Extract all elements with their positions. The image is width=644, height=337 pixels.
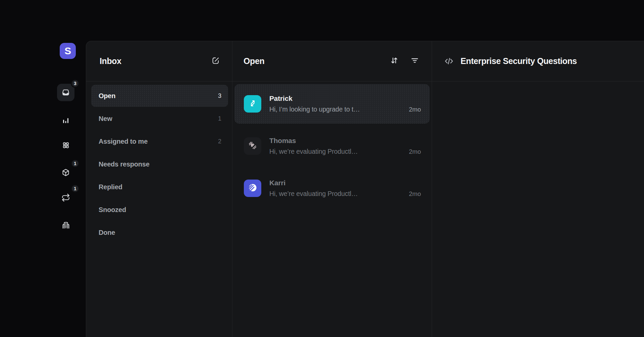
- inbox-panel-header: Inbox: [86, 41, 232, 81]
- conversation-preview: Hi, we’re evaluating Productl…: [269, 148, 358, 155]
- filter-button[interactable]: [410, 56, 419, 66]
- folder-label: Assigned to me: [99, 138, 148, 145]
- detail-title: Enterprise Security Questions: [461, 56, 577, 66]
- folder-count: 3: [218, 92, 221, 99]
- folder-label: Snoozed: [99, 206, 126, 214]
- detail-panel-header: Enterprise Security Questions: [432, 41, 644, 81]
- folder-row-done[interactable]: Done: [91, 221, 228, 244]
- striped-logo-icon: [248, 140, 258, 152]
- app-window: S 3: [0, 0, 644, 337]
- products-count-badge: 1: [71, 159, 79, 168]
- repeat-icon: [61, 193, 70, 202]
- conversation-name: Thomas: [269, 137, 421, 145]
- folder-row-open[interactable]: Open 3: [91, 85, 228, 107]
- conversation-row-thomas[interactable]: Thomas Hi, we’re evaluating Productl… 2m…: [234, 126, 430, 166]
- conversation-name: Patrick: [269, 94, 421, 103]
- inbox-tray-icon: [61, 88, 70, 97]
- rail-item-company[interactable]: [57, 216, 74, 234]
- cube-icon: [61, 168, 70, 177]
- compose-button[interactable]: [211, 56, 220, 66]
- rail-item-analytics[interactable]: [57, 112, 74, 129]
- rail-item-automation[interactable]: [57, 136, 74, 154]
- folder-row-needs-response[interactable]: Needs response: [91, 153, 228, 175]
- workflows-count-badge: 1: [71, 184, 79, 193]
- conversation-row-patrick[interactable]: Patrick Hi, I’m looking to upgrade to t……: [234, 84, 430, 124]
- sort-button[interactable]: [390, 56, 399, 66]
- folder-count: 1: [218, 115, 221, 122]
- rail-item-inbox[interactable]: 3: [57, 84, 74, 101]
- building-icon: [61, 221, 70, 230]
- rail-item-products[interactable]: 1: [57, 164, 74, 181]
- conversation-preview: Hi, we’re evaluating Productl…: [269, 190, 358, 198]
- folder-row-snoozed[interactable]: Snoozed: [91, 199, 228, 221]
- list-panel-header: Open: [232, 41, 432, 81]
- folder-label: Replied: [99, 183, 122, 191]
- folder-list: Open 3 New 1 Assigned to me 2 Needs resp…: [86, 81, 232, 244]
- bar-chart-icon: [61, 116, 70, 125]
- detail-panel: Enterprise Security Questions: [432, 41, 644, 337]
- filter-icon: [410, 56, 419, 66]
- sort-icon: [390, 56, 399, 66]
- conversation-preview: Hi, I’m looking to upgrade to t…: [269, 106, 360, 113]
- code-icon: [444, 56, 454, 66]
- conversation-time: 2mo: [403, 148, 421, 155]
- folder-label: Needs response: [99, 160, 150, 168]
- folder-label: Done: [99, 229, 115, 237]
- atom-icon: [61, 141, 70, 150]
- folder-count: 2: [218, 138, 221, 145]
- avatar-patrick: [244, 95, 261, 113]
- detail-body: [432, 81, 644, 337]
- inbox-title: Inbox: [100, 56, 121, 66]
- list-title: Open: [244, 56, 264, 66]
- inbox-panel: Inbox Open 3 New 1: [86, 41, 232, 337]
- rail-item-workflows[interactable]: 1: [57, 189, 74, 206]
- folder-row-replied[interactable]: Replied: [91, 176, 228, 198]
- folder-row-assigned-to-me[interactable]: Assigned to me 2: [91, 130, 228, 152]
- inbox-count-badge: 3: [71, 79, 79, 88]
- conversation-time: 2mo: [403, 106, 421, 113]
- folder-label: New: [99, 115, 112, 123]
- conversation-list-panel: Open: [232, 41, 432, 337]
- avatar-thomas: [244, 137, 261, 155]
- folder-row-new[interactable]: New 1: [91, 108, 228, 130]
- conversation-row-karri[interactable]: Karri Hi, we’re evaluating Productl… 2mo: [234, 168, 430, 208]
- conversation-time: 2mo: [403, 190, 421, 198]
- compose-icon: [211, 56, 220, 66]
- folder-label: Open: [99, 92, 115, 100]
- swap-arrows-icon: [248, 99, 257, 109]
- main-card: Inbox Open 3 New 1: [86, 41, 644, 337]
- striped-globe-icon: [248, 183, 258, 194]
- avatar-karri: [244, 180, 261, 197]
- app-logo[interactable]: S: [60, 43, 76, 59]
- conversation-list: Patrick Hi, I’m looking to upgrade to t……: [232, 81, 432, 211]
- conversation-name: Karri: [269, 179, 421, 187]
